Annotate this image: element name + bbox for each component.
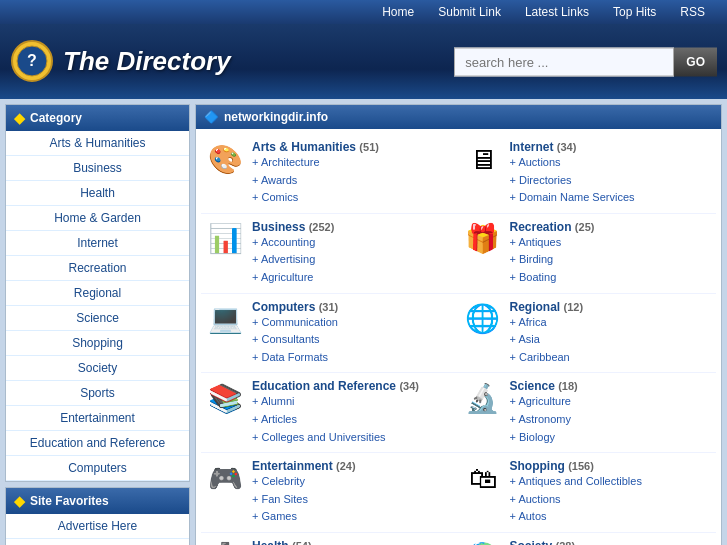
cat-sub-item[interactable]: Advertising <box>252 251 454 269</box>
cat-icon-health: ➕ <box>206 539 244 545</box>
cat-entry-health: ➕Health (54)BeautyChild CareDental Care <box>201 533 459 545</box>
cat-sub-item[interactable]: Consultants <box>252 331 454 349</box>
cat-sub-item[interactable]: Celebrity <box>252 473 454 491</box>
cat-count-business: (252) <box>309 221 335 233</box>
cat-sub-item[interactable]: Colleges and Universities <box>252 429 454 447</box>
cat-sub-item[interactable]: Architecture <box>252 154 454 172</box>
cat-title-health[interactable]: Health (54) <box>252 539 312 545</box>
sidebar-item-education-and-reference[interactable]: Education and Reference <box>6 431 189 456</box>
globe-icon: 🔷 <box>204 110 219 124</box>
favorites-header: ◆ Site Favorites <box>6 488 189 514</box>
sidebar-fav-0[interactable]: Advertise Here <box>6 514 189 539</box>
cat-title-computers[interactable]: Computers (31) <box>252 300 338 314</box>
cat-info-computers: Computers (31)CommunicationConsultantsDa… <box>252 300 454 367</box>
cat-icon-arts: 🎨 <box>206 140 244 178</box>
search-input[interactable] <box>454 47 674 76</box>
cat-sub-item[interactable]: Africa <box>510 314 712 332</box>
cat-sub-item[interactable]: Biology <box>510 429 712 447</box>
favorites-header-label: Site Favorites <box>30 494 109 508</box>
cat-count-entertainment: (24) <box>336 460 356 472</box>
cat-info-recreation: Recreation (25)AntiquesBirdingBoating <box>510 220 712 287</box>
cat-title-regional[interactable]: Regional (12) <box>510 300 584 314</box>
cat-count-internet: (34) <box>557 141 577 153</box>
cat-sub-item[interactable]: Awards <box>252 172 454 190</box>
cat-subs-science: AgricultureAstronomyBiology <box>510 393 712 446</box>
cat-sub-item[interactable]: Antiques <box>510 234 712 252</box>
cat-entry-regional: 🌐Regional (12)AfricaAsiaCaribbean <box>459 294 717 374</box>
cat-sub-item[interactable]: Birding <box>510 251 712 269</box>
sidebar-item-computers[interactable]: Computers <box>6 456 189 481</box>
cat-info-society: Society (28)AdviceCrimeDisabled <box>510 539 712 545</box>
cat-title-science[interactable]: Science (18) <box>510 379 578 393</box>
cat-sub-item[interactable]: Fan Sites <box>252 491 454 509</box>
cat-sub-item[interactable]: Boating <box>510 269 712 287</box>
cat-sub-item[interactable]: Accounting <box>252 234 454 252</box>
sidebar-item-regional[interactable]: Regional <box>6 281 189 306</box>
sidebar-item-sports[interactable]: Sports <box>6 381 189 406</box>
sidebar-item-shopping[interactable]: Shopping <box>6 331 189 356</box>
sidebar-item-home--garden[interactable]: Home & Garden <box>6 206 189 231</box>
sidebar-item-business[interactable]: Business <box>6 156 189 181</box>
sidebar-item-entertainment[interactable]: Entertainment <box>6 406 189 431</box>
cat-title-business[interactable]: Business (252) <box>252 220 334 234</box>
cat-sub-item[interactable]: Autos <box>510 508 712 526</box>
cat-title-entertainment[interactable]: Entertainment (24) <box>252 459 356 473</box>
header: ? The Directory GO <box>0 24 727 99</box>
cat-count-society: (28) <box>556 540 576 545</box>
cat-title-shopping[interactable]: Shopping (156) <box>510 459 594 473</box>
cat-sub-item[interactable]: Directories <box>510 172 712 190</box>
sidebar-item-health[interactable]: Health <box>6 181 189 206</box>
cat-title-internet[interactable]: Internet (34) <box>510 140 577 154</box>
cat-sub-item[interactable]: Comics <box>252 189 454 207</box>
cat-sub-item[interactable]: Articles <box>252 411 454 429</box>
nav-item-top-hits[interactable]: Top Hits <box>601 0 668 24</box>
sidebar-fav-1[interactable]: Advertise Here <box>6 539 189 545</box>
sidebar-item-arts--humanities[interactable]: Arts & Humanities <box>6 131 189 156</box>
cat-count-health: (54) <box>292 540 312 545</box>
cat-info-entertainment: Entertainment (24)CelebrityFan SitesGame… <box>252 459 454 526</box>
cat-sub-item[interactable]: Agriculture <box>510 393 712 411</box>
nav-item-home[interactable]: Home <box>370 0 426 24</box>
cat-sub-item[interactable]: Astronomy <box>510 411 712 429</box>
cat-count-arts: (51) <box>359 141 379 153</box>
cat-sub-item[interactable]: Games <box>252 508 454 526</box>
cat-icon-regional: 🌐 <box>464 300 502 338</box>
nav-item-latest-links[interactable]: Latest Links <box>513 0 601 24</box>
logo-area: ? The Directory <box>10 39 231 84</box>
cat-sub-item[interactable]: Agriculture <box>252 269 454 287</box>
cat-sub-item[interactable]: Data Formats <box>252 349 454 367</box>
favorites-section: ◆ Site Favorites Advertise HereAdvertise… <box>5 487 190 545</box>
cat-sub-item[interactable]: Auctions <box>510 491 712 509</box>
cat-title-recreation[interactable]: Recreation (25) <box>510 220 595 234</box>
cat-sub-item[interactable]: Asia <box>510 331 712 349</box>
cat-info-education: Education and Reference (34)AlumniArticl… <box>252 379 454 446</box>
cat-title-arts[interactable]: Arts & Humanities (51) <box>252 140 379 154</box>
content-area: 🔷 networkingdir.info 🎨Arts & Humanities … <box>195 104 722 545</box>
cat-info-regional: Regional (12)AfricaAsiaCaribbean <box>510 300 712 367</box>
cat-title-education[interactable]: Education and Reference (34) <box>252 379 419 393</box>
cat-subs-business: AccountingAdvertisingAgriculture <box>252 234 454 287</box>
sidebar-item-recreation[interactable]: Recreation <box>6 256 189 281</box>
cat-icon-computers: 💻 <box>206 300 244 338</box>
nav-item-rss[interactable]: RSS <box>668 0 717 24</box>
cat-sub-item[interactable]: Auctions <box>510 154 712 172</box>
cat-entry-arts: 🎨Arts & Humanities (51)ArchitectureAward… <box>201 134 459 214</box>
cat-icon-recreation: 🎁 <box>464 220 502 258</box>
cat-entry-recreation: 🎁Recreation (25)AntiquesBirdingBoating <box>459 214 717 294</box>
search-button[interactable]: GO <box>674 47 717 76</box>
cat-info-shopping: Shopping (156)Antiques and CollectiblesA… <box>510 459 712 526</box>
cat-sub-item[interactable]: Communication <box>252 314 454 332</box>
sidebar-item-science[interactable]: Science <box>6 306 189 331</box>
cat-sub-item[interactable]: Alumni <box>252 393 454 411</box>
logo-text: The Directory <box>63 46 231 77</box>
cat-sub-item[interactable]: Caribbean <box>510 349 712 367</box>
sidebar-item-internet[interactable]: Internet <box>6 231 189 256</box>
cat-info-arts: Arts & Humanities (51)ArchitectureAwards… <box>252 140 454 207</box>
svg-text:?: ? <box>27 52 37 69</box>
cat-title-society[interactable]: Society (28) <box>510 539 576 545</box>
cat-sub-item[interactable]: Antiques and Collectibles <box>510 473 712 491</box>
sidebar-item-society[interactable]: Society <box>6 356 189 381</box>
cat-sub-item[interactable]: Domain Name Services <box>510 189 712 207</box>
nav-item-submit-link[interactable]: Submit Link <box>426 0 513 24</box>
search-area: GO <box>454 47 717 76</box>
